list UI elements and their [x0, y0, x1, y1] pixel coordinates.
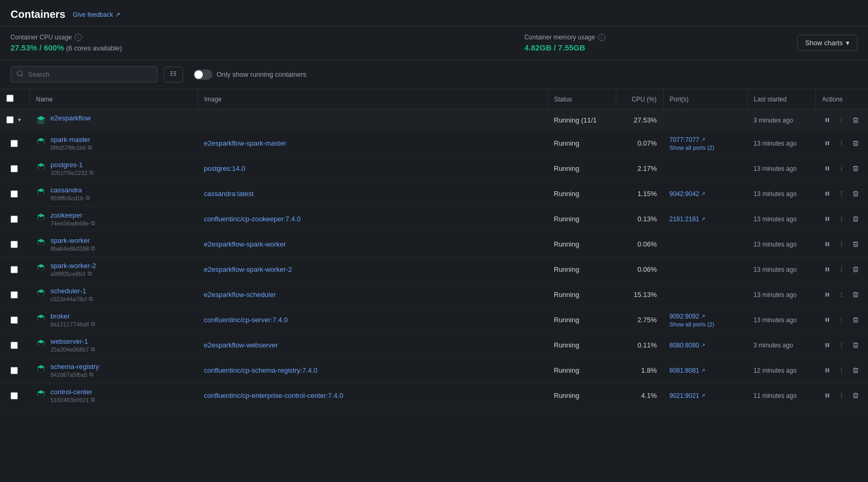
copy-id-button[interactable]: ⧉ — [89, 169, 94, 176]
port-link[interactable]: 7077:7077 ↗ — [669, 136, 741, 143]
container-name-link[interactable]: spark-worker — [50, 237, 95, 244]
start-stop-button[interactable] — [822, 163, 833, 174]
cpu-info-icon[interactable]: i — [75, 34, 82, 41]
start-stop-button[interactable] — [822, 314, 833, 325]
delete-button[interactable] — [850, 213, 861, 224]
more-options-button[interactable] — [836, 115, 847, 126]
more-options-button[interactable] — [836, 264, 847, 275]
image-link[interactable]: confluentinc/cp-enterprise-control-cente… — [204, 392, 343, 399]
copy-id-button[interactable]: ⧉ — [88, 144, 92, 151]
show-all-ports-link[interactable]: Show all ports (2) — [669, 321, 741, 327]
container-name-link[interactable]: webserver-1 — [50, 337, 95, 345]
port-link[interactable]: 8081:8081 ↗ — [669, 367, 741, 374]
image-link[interactable]: confluentinc/cp-server:7.4.0 — [204, 316, 288, 324]
image-link[interactable]: e2esparkflow-webserver — [204, 341, 278, 349]
row-checkbox[interactable] — [11, 367, 18, 374]
row-checkbox[interactable] — [11, 165, 18, 172]
delete-button[interactable] — [850, 239, 861, 250]
image-link[interactable]: confluentinc/cp-schema-registry:7.4.0 — [204, 366, 317, 374]
search-box[interactable] — [11, 66, 158, 83]
port-link[interactable]: 9042:9042 ↗ — [669, 190, 741, 198]
container-name-link[interactable]: spark-worker-2 — [50, 262, 96, 270]
start-stop-button[interactable] — [822, 138, 833, 149]
delete-button[interactable] — [850, 365, 861, 376]
running-filter-toggle[interactable] — [193, 69, 212, 80]
copy-id-button[interactable]: ⧉ — [89, 295, 93, 302]
start-stop-button[interactable] — [822, 264, 833, 275]
image-link[interactable]: e2esparkflow-spark-worker — [204, 240, 286, 248]
start-stop-button[interactable] — [822, 239, 833, 250]
port-link[interactable]: 8080:8080 ↗ — [669, 342, 741, 349]
delete-button[interactable] — [850, 115, 861, 126]
image-link[interactable]: e2esparkflow-spark-worker-2 — [204, 265, 292, 273]
more-options-button[interactable] — [836, 289, 847, 300]
grid-view-button[interactable] — [164, 67, 183, 83]
container-name-link[interactable]: postgres-1 — [50, 161, 94, 169]
row-checkbox[interactable] — [11, 190, 18, 198]
row-checkbox[interactable] — [11, 291, 18, 299]
copy-id-button[interactable]: ⧉ — [91, 346, 95, 353]
more-options-button[interactable] — [836, 213, 847, 224]
row-checkbox[interactable] — [11, 241, 18, 248]
select-all-checkbox[interactable] — [6, 95, 14, 102]
more-options-button[interactable] — [836, 365, 847, 376]
row-checkbox[interactable] — [11, 140, 18, 147]
delete-button[interactable] — [850, 188, 861, 199]
more-options-button[interactable] — [836, 390, 847, 401]
row-checkbox[interactable] — [11, 316, 18, 324]
copy-id-button[interactable]: ⧉ — [89, 371, 94, 378]
image-link[interactable]: e2esparkflow-scheduler — [204, 291, 276, 299]
more-options-button[interactable] — [836, 314, 847, 325]
container-name-link[interactable]: cassandra — [50, 186, 90, 194]
container-name-link[interactable]: zookeeper — [50, 211, 95, 219]
more-options-button[interactable] — [836, 163, 847, 174]
image-link[interactable]: e2esparkflow-spark-master — [204, 139, 286, 147]
container-name-link[interactable]: control-center — [50, 388, 95, 396]
container-name-link[interactable]: scheduler-1 — [50, 287, 93, 295]
copy-id-button[interactable]: ⧉ — [91, 220, 95, 227]
delete-button[interactable] — [850, 390, 861, 401]
row-checkbox[interactable] — [11, 392, 18, 399]
copy-id-button[interactable]: ⧉ — [88, 270, 92, 277]
row-checkbox[interactable] — [11, 216, 18, 223]
delete-button[interactable] — [850, 289, 861, 300]
show-all-ports-link[interactable]: Show all ports (2) — [669, 145, 741, 151]
container-name-link[interactable]: broker — [50, 312, 95, 320]
show-charts-button[interactable]: Show charts ▾ — [797, 35, 857, 51]
copy-id-button[interactable]: ⧉ — [91, 396, 95, 403]
mem-info-icon[interactable]: i — [598, 34, 605, 41]
start-stop-button[interactable] — [822, 390, 833, 401]
row-checkbox[interactable] — [6, 116, 14, 124]
copy-id-button[interactable]: ⧉ — [86, 194, 90, 201]
start-stop-button[interactable] — [822, 289, 833, 300]
start-stop-button[interactable] — [822, 365, 833, 376]
image-link[interactable]: postgres:14.0 — [204, 165, 245, 172]
search-input[interactable] — [28, 70, 152, 78]
delete-button[interactable] — [850, 264, 861, 275]
image-link[interactable]: confluentinc/cp-zookeeper:7.4.0 — [204, 215, 301, 223]
row-checkbox[interactable] — [11, 266, 18, 273]
container-name-link[interactable]: schema-registry — [50, 363, 99, 371]
port-link[interactable]: 2181:2181 ↗ — [669, 216, 741, 223]
row-checkbox[interactable] — [11, 342, 18, 349]
expand-button[interactable]: ▾ — [16, 115, 23, 125]
more-options-button[interactable] — [836, 188, 847, 199]
start-stop-button[interactable] — [822, 115, 833, 126]
more-options-button[interactable] — [836, 138, 847, 149]
more-options-button[interactable] — [836, 340, 847, 351]
more-options-button[interactable] — [836, 239, 847, 250]
delete-button[interactable] — [850, 314, 861, 325]
port-link[interactable]: 9092:9092 ↗ — [669, 313, 741, 320]
start-stop-button[interactable] — [822, 340, 833, 351]
image-link[interactable]: cassandra:latest — [204, 190, 254, 198]
port-link[interactable]: 9021:9021 ↗ — [669, 392, 741, 399]
start-stop-button[interactable] — [822, 188, 833, 199]
delete-button[interactable] — [850, 163, 861, 174]
copy-id-button[interactable]: ⧉ — [91, 321, 95, 327]
delete-button[interactable] — [850, 138, 861, 149]
container-name-link[interactable]: spark-master — [50, 136, 92, 143]
copy-id-button[interactable]: ⧉ — [91, 245, 95, 252]
start-stop-button[interactable] — [822, 213, 833, 224]
container-name-link[interactable]: e2esparkflow — [50, 114, 91, 122]
feedback-link[interactable]: Give feedback ↗ — [73, 11, 120, 18]
